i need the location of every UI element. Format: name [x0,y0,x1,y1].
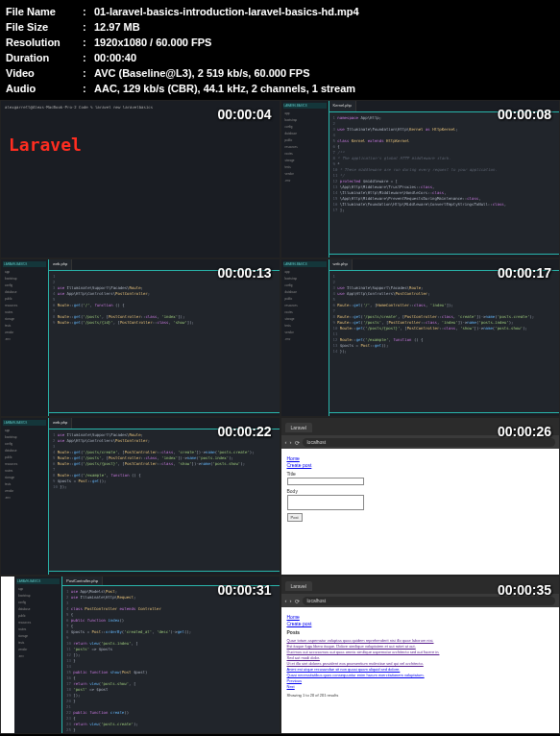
tree-item[interactable]: routes [283,151,327,158]
tree-item[interactable]: public [16,613,60,620]
tree-item[interactable]: resources [283,144,327,151]
code-area: 1 2 3 use Illuminate\Support\Facades\Rou… [329,271,560,412]
tree-item[interactable]: config [283,124,327,131]
tree-item[interactable]: database [283,289,327,296]
tree-item[interactable]: resources [3,303,46,309]
post-link[interactable]: Next [287,684,554,689]
tree-item[interactable]: app [283,269,327,276]
filesize-value: 12.97 MB [94,19,140,35]
reload-icon[interactable]: ⟳ [295,439,300,446]
back-icon[interactable]: ‹ [285,598,287,603]
tree-item[interactable]: vendor [3,330,46,336]
code-area: 1 use App\Models\Post;2 use Illuminate\H… [62,586,280,734]
tree-item[interactable]: vendor [283,171,327,178]
tab-controller[interactable]: PostController.php [62,577,103,585]
tree-item[interactable]: resources [16,620,60,626]
tree-item[interactable]: storage [3,475,46,481]
tree-item[interactable]: database [283,131,327,137]
thumbnail-8[interactable]: 00:00:35 Laravel ‹ › ⟳ localhost Home Cr… [280,576,561,734]
tree-item[interactable]: tests [283,323,327,330]
tree-item[interactable]: app [16,586,60,593]
post-link[interactable]: Previous [287,678,554,683]
tree-item[interactable]: public [3,454,46,461]
tree-item[interactable]: vendor [16,647,60,653]
timestamp: 00:00:31 [217,582,271,598]
tree-item[interactable]: app [3,269,46,276]
tree-item[interactable]: config [283,282,327,289]
tab-web[interactable]: web.php [49,418,72,429]
tree-item[interactable]: tests [3,323,46,330]
tree-item[interactable]: routes [3,468,46,475]
tree-item[interactable]: tests [3,481,46,488]
tree-item[interactable]: app [283,110,327,117]
post-button[interactable]: Post [287,513,303,522]
nav-create[interactable]: Create post [287,462,554,468]
tree-item[interactable]: tests [16,640,60,647]
tree-item[interactable]: config [16,600,60,606]
tree-item[interactable]: database [16,606,60,613]
tree-item[interactable]: app [3,428,46,434]
tree-item[interactable]: resources [283,303,327,309]
tree-item[interactable]: routes [16,626,60,633]
body-textarea[interactable] [287,495,364,510]
tree-item[interactable]: bootstrap [16,593,60,600]
back-icon[interactable]: ‹ [285,439,287,445]
file-tree: LARAVELBASICS appbootstrapconfigdatabase… [1,259,49,416]
thumbnail-3[interactable]: 00:00:13 LARAVELBASICS appbootstrapconfi… [0,258,280,417]
post-link[interactable]: Ducimus aut accusamus aut quas omnis sim… [287,650,554,654]
nav-home[interactable]: Home [287,614,554,620]
post-link[interactable]: Quae totam aspernatur voluptas quas quid… [287,638,554,643]
forward-icon[interactable]: › [290,598,292,603]
browser-tab[interactable]: Laravel [285,581,312,591]
tree-item[interactable]: routes [283,309,327,316]
post-link[interactable]: Ut et illo sint dolores provident eos pr… [287,661,554,666]
tree-item[interactable]: tests [283,164,327,171]
thumbnail-5[interactable]: 00:00:22 LARAVELBASICS appbootstrapconfi… [0,417,280,576]
post-link[interactable]: Est itaque fuga libero itaque. Dolore si… [287,644,554,649]
tree-item[interactable]: routes [3,309,46,316]
post-link[interactable]: Animi est atque recusandae sit non quasi… [287,667,554,672]
post-link[interactable]: Quasi necessitatibus quos consequuntur e… [287,673,554,677]
tab-kernel[interactable]: Kernel.php [329,101,356,111]
thumbnail-4[interactable]: 00:00:17 LARAVELBASICS appbootstrapconfi… [280,258,561,417]
thumbnail-6[interactable]: 00:00:26 Laravel ‹ › ⟳ localhost Home Cr… [280,417,561,576]
tree-item[interactable]: vendor [3,488,46,495]
tree-item[interactable]: .env [16,653,60,660]
tree-item[interactable]: .env [283,336,327,343]
tree-item[interactable]: .env [3,336,46,343]
tree-item[interactable]: public [283,137,327,144]
thumbnail-1[interactable]: 00:00:04 alexgarrett@Alexs-MacBook-Pro-2… [0,100,280,258]
tree-item[interactable]: resources [3,461,46,468]
tree-item[interactable]: storage [283,158,327,164]
tree-item[interactable]: database [3,448,46,454]
tree-item[interactable]: storage [3,316,46,323]
tree-item[interactable]: bootstrap [283,117,327,124]
thumbnail-7[interactable]: 00:00:31 LARAVELBASICS appbootstrapconfi… [0,576,280,734]
tree-item[interactable]: bootstrap [283,276,327,282]
browser-window: Laravel ‹ › ⟳ localhost Home Create post… [281,418,560,575]
timestamp: 00:00:17 [498,265,551,281]
tree-item[interactable]: config [3,441,46,448]
nav-home[interactable]: Home [287,455,554,461]
tree-item[interactable]: storage [283,316,327,323]
reload-icon[interactable]: ⟳ [295,598,300,604]
tab-web[interactable]: web.php [329,259,353,270]
forward-icon[interactable]: › [290,439,292,445]
tree-item[interactable]: vendor [283,330,327,336]
tree-item[interactable]: public [3,296,46,303]
browser-tab[interactable]: Laravel [285,423,312,432]
title-input[interactable] [287,478,364,485]
nav-create[interactable]: Create post [287,621,554,626]
code-area: 1 namespace App\Http;2 3 use Illuminate\… [329,112,560,254]
tree-item[interactable]: bootstrap [3,434,46,441]
tree-item[interactable]: config [3,282,46,289]
tree-item[interactable]: storage [16,633,60,640]
tree-item[interactable]: .env [283,178,327,184]
tree-item[interactable]: database [3,289,46,296]
tab-web[interactable]: web.php [49,259,72,270]
tree-item[interactable]: bootstrap [3,276,46,282]
thumbnail-2[interactable]: 00:00:08 LARAVELBASICS appbootstrapconfi… [280,100,561,258]
tree-item[interactable]: public [283,296,327,303]
post-link[interactable]: Sed aut modi dolor. [287,655,554,660]
tree-item[interactable]: .env [3,495,46,502]
